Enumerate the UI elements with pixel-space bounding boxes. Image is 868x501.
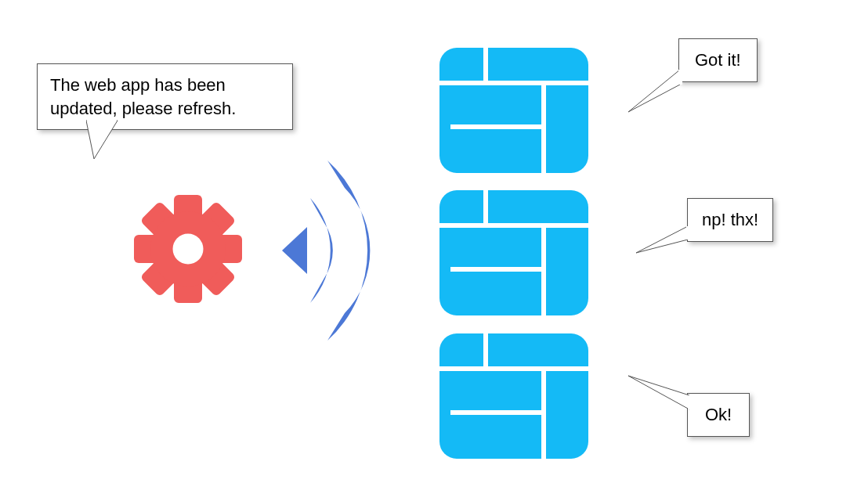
window-reply-tail-1-icon [627, 69, 689, 124]
svg-rect-27 [439, 366, 588, 371]
svg-rect-32 [688, 395, 692, 409]
window-reply-text-2: np! thx! [702, 210, 758, 229]
svg-marker-1 [87, 120, 117, 121]
svg-rect-21 [483, 190, 488, 225]
svg-rect-25 [686, 226, 690, 240]
broadcast-icon [259, 153, 439, 348]
svg-rect-18 [678, 70, 682, 85]
svg-point-11 [173, 234, 204, 265]
browser-window-icon [439, 190, 588, 315]
svg-rect-19 [439, 190, 588, 315]
gear-speech-bubble: The web app has been updated, please ref… [37, 63, 293, 130]
gear-icon [129, 190, 247, 308]
svg-rect-26 [439, 333, 588, 459]
svg-rect-20 [439, 223, 588, 228]
window-reply-text-1: Got it! [695, 50, 741, 70]
svg-rect-13 [439, 81, 588, 85]
svg-marker-0 [86, 121, 118, 159]
svg-rect-23 [450, 267, 543, 272]
svg-rect-30 [450, 410, 543, 415]
window-reply-bubble-1: Got it! [678, 38, 758, 82]
svg-rect-14 [483, 48, 488, 82]
window-reply-tail-2-icon [635, 225, 697, 265]
window-reply-tail-3-icon [627, 372, 697, 427]
svg-marker-31 [628, 376, 689, 409]
gear-speech-tail-icon [86, 120, 133, 167]
svg-rect-28 [483, 333, 488, 368]
svg-rect-12 [439, 48, 588, 173]
window-reply-text-3: Ok! [705, 405, 732, 424]
svg-marker-24 [636, 226, 688, 253]
gear-speech-text: The web app has been updated, please ref… [50, 75, 236, 118]
svg-rect-16 [450, 124, 543, 129]
window-reply-bubble-2: np! thx! [687, 198, 773, 242]
browser-window-icon [439, 48, 588, 173]
svg-marker-17 [628, 70, 680, 112]
browser-window-icon [439, 333, 588, 459]
